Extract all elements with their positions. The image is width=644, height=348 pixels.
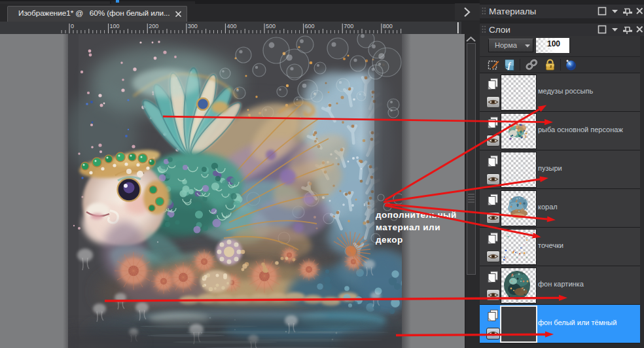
svg-text:600: 600 [305,23,315,29]
svg-text:0: 0 [71,23,74,29]
svg-text:500: 500 [266,23,276,29]
svg-text:300: 300 [188,23,198,29]
svg-text:700: 700 [344,23,353,29]
svg-text:200: 200 [149,23,158,29]
svg-text:100: 100 [110,23,120,29]
svg-text:800: 800 [383,23,393,29]
svg-text:400: 400 [226,23,236,29]
